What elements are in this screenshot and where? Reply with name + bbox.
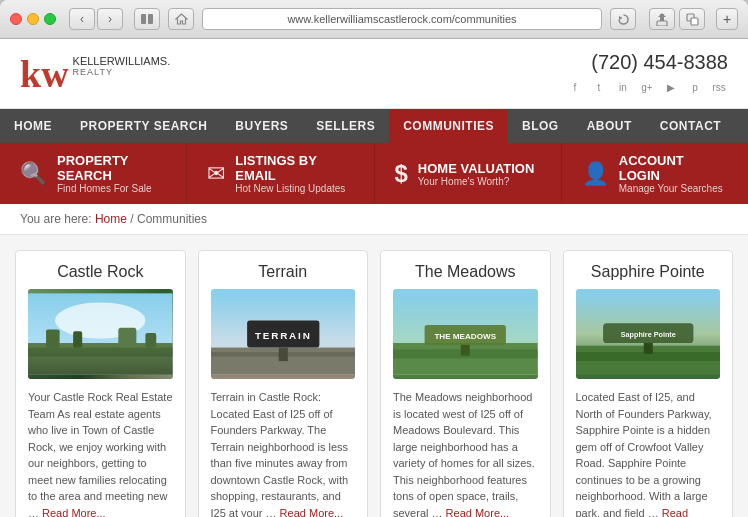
dollar-icon: $ <box>395 160 408 188</box>
keller-williams-text: KELLERWILLIAMS. <box>73 55 171 67</box>
svg-marker-5 <box>658 13 666 21</box>
community-image-castle-rock[interactable] <box>28 289 173 379</box>
nav-home[interactable]: HOME <box>0 109 66 143</box>
address-bar[interactable]: www.kellerwilliamscastlerock.com/communi… <box>202 8 602 30</box>
window-controls <box>10 13 56 25</box>
facebook-icon[interactable]: f <box>566 78 584 96</box>
nav-property-search[interactable]: PROPERTY SEARCH <box>66 109 221 143</box>
svg-text:TERRAIN: TERRAIN <box>254 330 311 341</box>
action-property-search[interactable]: 🔍 PROPERTY SEARCH Find Homes For Sale <box>0 143 187 204</box>
svg-rect-8 <box>691 18 698 25</box>
action-bar: 🔍 PROPERTY SEARCH Find Homes For Sale ✉ … <box>0 143 748 204</box>
breadcrumb-separator: / <box>130 212 137 226</box>
svg-rect-12 <box>28 348 173 357</box>
read-more-castle-rock[interactable]: Read More... <box>42 507 106 518</box>
action-listings-email-subtitle: Hot New Listing Updates <box>235 183 353 194</box>
breadcrumb-home[interactable]: Home <box>95 212 127 226</box>
nav-contact[interactable]: CONTACT <box>646 109 735 143</box>
share-button[interactable] <box>649 8 675 30</box>
action-property-search-text: PROPERTY SEARCH Find Homes For Sale <box>57 153 166 194</box>
action-account-login-subtitle: Manage Your Searches <box>619 183 728 194</box>
kw-logo: kw KELLERWILLIAMS. REALTY <box>20 55 170 93</box>
svg-rect-22 <box>278 348 287 362</box>
search-icon: 🔍 <box>20 161 47 187</box>
new-tab-button[interactable]: + <box>716 8 738 30</box>
communities-grid: Castle Rock <box>15 250 733 517</box>
nav-sellers[interactable]: SELLERS <box>302 109 389 143</box>
kw-text-area: KELLERWILLIAMS. REALTY <box>73 55 171 77</box>
read-more-terrain[interactable]: Read More... <box>280 507 344 518</box>
breadcrumb-current: Communities <box>137 212 207 226</box>
browser-window: ‹ › www.kellerwilliamscastlerock.com/com… <box>0 0 748 517</box>
action-property-search-subtitle: Find Homes For Sale <box>57 183 166 194</box>
social-icons: f t in g+ ▶ p rss <box>566 78 728 96</box>
main-nav: HOME PROPERTY SEARCH BUYERS SELLERS COMM… <box>0 109 748 143</box>
refresh-button[interactable] <box>610 8 636 30</box>
action-property-search-title: PROPERTY SEARCH <box>57 153 166 183</box>
nav-blog[interactable]: BLOG <box>508 109 573 143</box>
home-button[interactable] <box>168 8 194 30</box>
community-desc-sapphire: Located East of I25, and North of Founde… <box>576 389 721 517</box>
svg-marker-2 <box>176 14 187 24</box>
svg-rect-0 <box>141 14 146 24</box>
browser-nav: ‹ › <box>69 8 123 30</box>
community-name-castle-rock: Castle Rock <box>28 263 173 281</box>
realty-text: REALTY <box>73 67 171 77</box>
close-button[interactable] <box>10 13 22 25</box>
svg-rect-6 <box>657 21 667 26</box>
action-account-login-text: ACCOUNT LOGIN Manage Your Searches <box>619 153 728 194</box>
linkedin-icon[interactable]: in <box>614 78 632 96</box>
minimize-button[interactable] <box>27 13 39 25</box>
community-desc-meadows: The Meadows neighborhood is located west… <box>393 389 538 517</box>
phone-number[interactable]: (720) 454-8388 <box>566 51 728 74</box>
youtube-icon[interactable]: ▶ <box>662 78 680 96</box>
community-card-sapphire: Sapphire Pointe <box>563 250 734 517</box>
site-header: kw KELLERWILLIAMS. REALTY (720) 454-8388… <box>0 39 748 109</box>
action-home-valuation[interactable]: $ HOME VALUATION Your Home's Worth? <box>375 143 562 204</box>
windows-button[interactable] <box>679 8 705 30</box>
svg-rect-15 <box>118 328 136 348</box>
action-listings-email[interactable]: ✉ LISTINGS BY EMAIL Hot New Listing Upda… <box>187 143 374 204</box>
browser-actions <box>649 8 705 30</box>
action-home-valuation-title: HOME VALUATION <box>418 161 535 176</box>
breadcrumb: You are here: Home / Communities <box>0 204 748 235</box>
community-desc-castle-rock: Your Castle Rock Real Estate Team As rea… <box>28 389 173 517</box>
forward-button[interactable]: › <box>97 8 123 30</box>
maximize-button[interactable] <box>44 13 56 25</box>
pinterest-icon[interactable]: p <box>686 78 704 96</box>
browser-titlebar: ‹ › www.kellerwilliamscastlerock.com/com… <box>0 0 748 39</box>
googleplus-icon[interactable]: g+ <box>638 78 656 96</box>
twitter-icon[interactable]: t <box>590 78 608 96</box>
nav-about[interactable]: ABOUT <box>573 109 646 143</box>
svg-text:THE MEADOWS: THE MEADOWS <box>434 332 496 341</box>
reader-button[interactable] <box>134 8 160 30</box>
community-desc-terrain: Terrain in Castle Rock: Located East of … <box>211 389 356 517</box>
svg-rect-28 <box>461 345 470 356</box>
nav-communities[interactable]: COMMUNITIES <box>389 109 508 143</box>
community-card-castle-rock: Castle Rock <box>15 250 186 517</box>
svg-rect-14 <box>73 331 82 347</box>
breadcrumb-prefix: You are here: <box>20 212 95 226</box>
kw-letters: kw <box>20 55 69 93</box>
action-home-valuation-text: HOME VALUATION Your Home's Worth? <box>418 161 535 187</box>
community-name-sapphire: Sapphire Pointe <box>576 263 721 281</box>
logo-area: kw KELLERWILLIAMS. REALTY <box>20 55 170 93</box>
action-account-login-title: ACCOUNT LOGIN <box>619 153 728 183</box>
back-button[interactable]: ‹ <box>69 8 95 30</box>
action-account-login[interactable]: 👤 ACCOUNT LOGIN Manage Your Searches <box>562 143 748 204</box>
community-image-meadows[interactable]: THE MEADOWS <box>393 289 538 379</box>
nav-buyers[interactable]: BUYERS <box>221 109 302 143</box>
address-text: www.kellerwilliamscastlerock.com/communi… <box>287 13 516 25</box>
read-more-meadows[interactable]: Read More... <box>446 507 510 518</box>
rss-icon[interactable]: rss <box>710 78 728 96</box>
community-name-meadows: The Meadows <box>393 263 538 281</box>
action-listings-email-text: LISTINGS BY EMAIL Hot New Listing Update… <box>235 153 353 194</box>
community-image-sapphire[interactable]: Sapphire Pointe <box>576 289 721 379</box>
svg-rect-34 <box>643 343 652 354</box>
action-listings-email-title: LISTINGS BY EMAIL <box>235 153 353 183</box>
community-image-terrain[interactable]: TERRAIN <box>211 289 356 379</box>
svg-rect-1 <box>148 14 153 24</box>
account-icon: 👤 <box>582 161 609 187</box>
svg-rect-13 <box>46 329 60 347</box>
community-card-meadows: The Meadows <box>380 250 551 517</box>
